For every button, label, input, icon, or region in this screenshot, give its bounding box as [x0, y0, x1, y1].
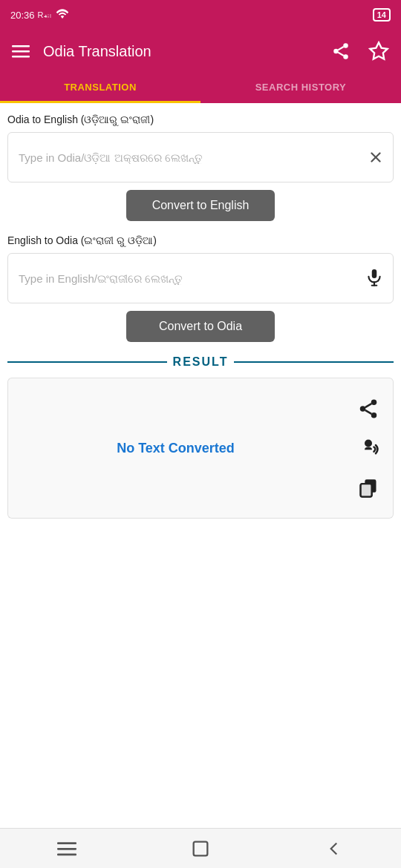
bottom-back-button[interactable] — [325, 839, 344, 858]
tab-search-history[interactable]: SEARCH HISTORY — [200, 73, 401, 102]
main-content: Odia to English (ଓଡ଼ିଆରୁ ଇଂରାଜୀ) Convert… — [0, 103, 401, 536]
share-icon — [331, 42, 351, 61]
tab-translation[interactable]: TRANSLATION — [0, 73, 200, 102]
english-section: English to Odia (ଇଂରାଜୀ ରୁ ଓଡ଼ିଆ) Conver… — [7, 234, 394, 342]
odia-input-wrapper — [7, 132, 394, 183]
svg-point-5 — [343, 54, 348, 59]
status-bar: 20:36 R₄ᵢₗ 14 — [0, 0, 401, 30]
result-divider-line-right — [234, 361, 394, 363]
svg-line-17 — [365, 410, 371, 414]
bottom-nav — [0, 828, 401, 868]
odia-section: Odia to English (ଓଡ଼ିଆରୁ ଇଂରାଜୀ) Convert… — [7, 114, 394, 221]
battery-label: 14 — [373, 8, 391, 22]
app-bar-actions — [328, 38, 392, 65]
time-label: 20:36 — [10, 10, 35, 21]
result-share-icon — [357, 398, 379, 420]
convert-to-odia-button[interactable]: Convert to Odia — [126, 311, 275, 342]
english-input[interactable] — [19, 272, 360, 285]
status-bar-right: 14 — [373, 8, 391, 22]
svg-rect-25 — [57, 847, 76, 849]
share-button[interactable] — [328, 39, 353, 64]
menu-button[interactable] — [9, 39, 33, 63]
bottom-home-icon — [190, 838, 211, 859]
favorite-button[interactable] — [365, 38, 392, 65]
svg-rect-24 — [57, 842, 76, 844]
result-divider: RESULT — [7, 355, 394, 369]
wifi-icon — [56, 9, 69, 22]
copy-icon — [358, 478, 379, 499]
result-speak-button[interactable] — [354, 435, 382, 463]
mic-icon — [365, 269, 384, 288]
svg-point-16 — [371, 412, 376, 418]
favorite-icon — [368, 41, 389, 62]
svg-point-3 — [343, 43, 348, 47]
mic-button[interactable] — [365, 269, 384, 288]
status-bar-left: 20:36 R₄ᵢₗ — [10, 9, 69, 22]
bottom-home-button[interactable] — [190, 838, 211, 859]
speak-icon — [357, 438, 379, 460]
result-no-text-label: No Text Converted — [117, 441, 235, 456]
svg-line-18 — [365, 404, 371, 407]
result-share-button[interactable] — [354, 395, 382, 423]
svg-point-15 — [359, 406, 365, 412]
signal-icon: R₄ᵢₗ — [38, 10, 53, 20]
tab-bar: TRANSLATION SEARCH HISTORY — [0, 73, 401, 103]
result-section: RESULT No Text Converted — [7, 355, 394, 519]
result-divider-line-left — [7, 361, 167, 363]
svg-rect-2 — [12, 56, 30, 58]
svg-rect-1 — [12, 50, 30, 53]
bottom-menu-icon — [57, 839, 76, 858]
svg-point-4 — [333, 49, 339, 54]
clear-icon — [368, 149, 384, 165]
result-actions — [343, 378, 394, 519]
svg-line-7 — [338, 47, 343, 50]
svg-rect-22 — [360, 484, 371, 497]
svg-rect-11 — [372, 269, 377, 278]
svg-rect-26 — [57, 853, 76, 855]
app-title: Odia Translation — [43, 43, 151, 60]
result-area: No Text Converted — [7, 378, 394, 519]
bottom-back-icon — [325, 839, 344, 858]
result-text-box: No Text Converted — [7, 378, 343, 519]
bottom-menu-button[interactable] — [57, 839, 76, 858]
svg-rect-0 — [12, 45, 30, 47]
english-section-label: English to Odia (ଇଂରାଜୀ ରୁ ଓଡ଼ିଆ) — [7, 234, 394, 247]
svg-point-14 — [371, 400, 376, 406]
app-bar-left: Odia Translation — [9, 39, 151, 63]
svg-point-19 — [365, 440, 372, 447]
app-bar: Odia Translation — [0, 30, 401, 73]
odia-section-label: Odia to English (ଓଡ଼ିଆରୁ ଇଂରାଜୀ) — [7, 114, 394, 126]
odia-input[interactable] — [19, 151, 360, 164]
result-copy-button[interactable] — [355, 475, 382, 502]
result-section-label: RESULT — [173, 355, 229, 369]
svg-rect-27 — [194, 841, 208, 855]
odia-clear-button[interactable] — [368, 149, 384, 165]
english-input-wrapper — [7, 253, 394, 303]
convert-to-english-button[interactable]: Convert to English — [126, 190, 275, 221]
menu-icon — [12, 42, 30, 60]
svg-marker-8 — [370, 42, 387, 59]
svg-line-6 — [338, 53, 343, 56]
